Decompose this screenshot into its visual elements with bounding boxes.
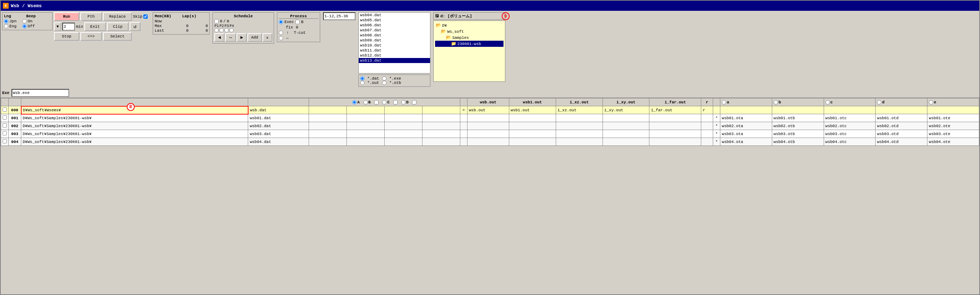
del-btn[interactable]: ✕ bbox=[262, 33, 272, 42]
filter-dat-radio[interactable] bbox=[360, 77, 364, 81]
file-list-item[interactable]: wsb13.dat bbox=[359, 58, 430, 63]
dir-tree[interactable]: 📂D¥📂Ws_soft📂Samples📁230601-wsb bbox=[433, 21, 505, 82]
file-list[interactable]: wsb04.datwsb05.datwsb06.datwsb07.datwsb0… bbox=[358, 12, 430, 73]
file-list-item[interactable]: wsb08.dat bbox=[359, 33, 430, 38]
radio-c[interactable] bbox=[826, 100, 830, 104]
row-checkbox[interactable] bbox=[3, 131, 7, 136]
radio-A[interactable] bbox=[352, 100, 356, 104]
row-ot-col: wsb04.otc bbox=[824, 138, 875, 146]
nav-mid-btn[interactable]: ↔ bbox=[225, 33, 236, 42]
beep-off-item[interactable]: Off bbox=[22, 24, 35, 29]
row-checkbox[interactable] bbox=[3, 139, 7, 144]
drive-label-row: 🖫 d: [ボリューム] bbox=[433, 12, 505, 20]
row-checkbox[interactable] bbox=[3, 107, 7, 112]
dir-tree-item[interactable]: 📂D¥ bbox=[435, 22, 504, 29]
lng-jpn-item[interactable]: Jpn bbox=[4, 19, 17, 24]
lap-title: Lap(s) bbox=[182, 14, 197, 18]
drive-icon: 🖫 bbox=[435, 14, 439, 18]
exit-button[interactable]: Exit bbox=[84, 22, 106, 31]
filter-otb-radio[interactable] bbox=[382, 81, 387, 85]
row-abcd-col bbox=[422, 138, 460, 146]
row-out-col bbox=[701, 122, 713, 130]
p3-radio[interactable] bbox=[224, 28, 229, 32]
row-checkbox[interactable] bbox=[3, 123, 7, 128]
row-file[interactable]: wsb01.dat bbox=[248, 114, 309, 122]
row-file[interactable]: wsb03.dat bbox=[248, 130, 309, 138]
range-input[interactable] bbox=[323, 12, 355, 20]
pth-button[interactable]: Pth bbox=[80, 12, 102, 21]
p2-radio[interactable] bbox=[220, 28, 224, 32]
dir-tree-item[interactable]: 📂Samples bbox=[435, 35, 504, 41]
radio-D[interactable] bbox=[401, 100, 406, 104]
row-checkbox[interactable] bbox=[3, 115, 7, 120]
row-path[interactable]: D¥Ws_soft¥Samples¥230601-wsb¥ bbox=[21, 130, 248, 138]
th-out5: i_far.out bbox=[649, 98, 701, 106]
dropdown-btn[interactable]: ▼ bbox=[54, 22, 61, 31]
radio-B[interactable] bbox=[363, 100, 368, 104]
file-list-item[interactable]: wsb09.dat bbox=[359, 38, 430, 43]
skip-area: Skip bbox=[133, 14, 148, 19]
select-button[interactable]: Select bbox=[103, 32, 132, 41]
radio-a[interactable] bbox=[722, 100, 726, 104]
arrow-eq-button[interactable]: <=> bbox=[80, 32, 102, 41]
p4-radio[interactable] bbox=[229, 28, 234, 32]
ab-check2[interactable] bbox=[393, 100, 398, 104]
row-path[interactable]: D¥Ws_soft¥Wsems¥8 bbox=[21, 106, 248, 114]
beep-on-radio[interactable] bbox=[22, 19, 27, 24]
reload-button[interactable]: ↺ bbox=[130, 22, 140, 31]
row-path[interactable]: D¥Ws_soft¥Samples¥230601-wsb¥ bbox=[21, 138, 248, 146]
exec-radio[interactable] bbox=[279, 20, 283, 24]
run-button[interactable]: Run bbox=[54, 12, 79, 21]
row-ot-col: wsb02.ota bbox=[720, 122, 772, 130]
beep-on-item[interactable]: On bbox=[22, 19, 35, 24]
clip-button[interactable]: Clip bbox=[107, 22, 129, 31]
exe-input[interactable] bbox=[11, 89, 69, 97]
filter-out-radio[interactable] bbox=[360, 81, 364, 85]
replace-button[interactable]: Replace bbox=[103, 12, 132, 21]
stop-button[interactable]: Stop bbox=[54, 32, 79, 41]
nav-left-btn[interactable]: ◄ bbox=[214, 33, 224, 42]
lng-eng-radio[interactable] bbox=[4, 24, 8, 29]
file-list-item[interactable]: wsb06.dat bbox=[359, 23, 430, 28]
p1-radio[interactable] bbox=[214, 28, 219, 32]
skip-checkbox[interactable] bbox=[143, 14, 148, 19]
file-list-item[interactable]: wsb07.dat bbox=[359, 28, 430, 33]
schedule-check1[interactable] bbox=[214, 19, 219, 24]
tcut-radio[interactable] bbox=[279, 30, 283, 35]
add-btn[interactable]: Add bbox=[247, 33, 262, 42]
file-list-item[interactable]: wsb10.dat bbox=[359, 43, 430, 48]
row-eq bbox=[460, 138, 467, 146]
row-ot-col: wsb01.otc bbox=[824, 114, 875, 122]
row-file[interactable]: wsb04.dat bbox=[248, 138, 309, 146]
row-file[interactable]: wsb02.dat bbox=[248, 122, 309, 130]
row-out-col bbox=[649, 122, 701, 130]
row-path[interactable]: D¥Ws_soft¥Samples¥230601-wsb¥ bbox=[21, 114, 248, 122]
max-lap-val: 0 bbox=[190, 24, 208, 28]
row-out-col bbox=[701, 138, 713, 146]
row-file[interactable]: wsb.dat bbox=[248, 106, 309, 114]
radio-C[interactable] bbox=[382, 100, 387, 104]
last-label: Last bbox=[154, 29, 169, 33]
arrow-left-sym: ← bbox=[285, 36, 291, 40]
lng-jpn-radio[interactable] bbox=[4, 19, 8, 24]
arrow-left-radio[interactable] bbox=[279, 36, 283, 40]
row-path[interactable]: D¥Ws_soft¥Samples¥230601-wsb¥ bbox=[21, 122, 248, 130]
table-area[interactable]: A B C D wsb.out wsb1 bbox=[1, 97, 979, 294]
file-list-item[interactable]: wsb11.dat bbox=[359, 48, 430, 53]
min-input[interactable] bbox=[62, 23, 75, 30]
ab-check3[interactable] bbox=[412, 100, 416, 104]
file-list-item[interactable]: wsb05.dat bbox=[359, 18, 430, 23]
dir-tree-item[interactable]: 📁230601-wsb bbox=[435, 41, 504, 47]
dir-tree-item[interactable]: 📂Ws_soft bbox=[435, 29, 504, 35]
lng-eng-item[interactable]: Eng bbox=[4, 24, 17, 29]
radio-d[interactable] bbox=[877, 100, 881, 104]
b-checkbox[interactable] bbox=[295, 20, 300, 24]
radio-b[interactable] bbox=[774, 100, 778, 104]
filter-exe-radio[interactable] bbox=[382, 77, 387, 81]
file-list-item[interactable]: wsb04.dat bbox=[359, 13, 430, 18]
file-list-item[interactable]: wsb12.dat bbox=[359, 53, 430, 58]
ab-check[interactable] bbox=[374, 100, 379, 104]
radio-e[interactable] bbox=[929, 100, 933, 104]
nav-right-btn[interactable]: ► bbox=[237, 33, 247, 42]
beep-off-radio[interactable] bbox=[22, 24, 27, 29]
